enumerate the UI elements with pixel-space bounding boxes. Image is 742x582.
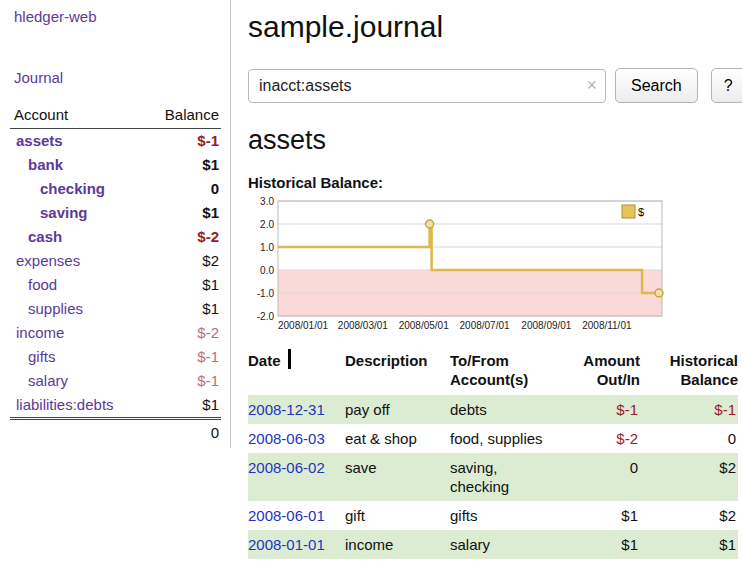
- account-balance: $1: [202, 156, 221, 173]
- transaction-row: 2008-06-01giftgifts$1$2: [248, 501, 738, 530]
- svg-text:2008/01/01: 2008/01/01: [278, 320, 328, 331]
- search-button[interactable]: Search: [615, 68, 698, 103]
- svg-text:3.0: 3.0: [260, 196, 274, 207]
- account-link-checking[interactable]: checking: [10, 180, 105, 197]
- svg-text:2.0: 2.0: [260, 219, 274, 230]
- account-heading: assets: [248, 125, 742, 156]
- accounts-header-account: Account: [14, 106, 68, 123]
- transaction-date-link[interactable]: 2008-06-03: [248, 430, 325, 447]
- account-balance: $2: [202, 252, 221, 269]
- transaction-accounts: salary: [450, 530, 574, 559]
- transaction-description: pay off: [345, 395, 450, 424]
- svg-text:2008/11/01: 2008/11/01: [582, 320, 632, 331]
- sort-ascending-icon: [288, 349, 291, 369]
- column-header-date-label: Date: [248, 352, 281, 369]
- accounts-total-row: 0: [10, 417, 221, 441]
- search-form: × Search ?: [248, 68, 742, 103]
- account-link-cash[interactable]: cash: [10, 228, 62, 245]
- transaction-description: eat & shop: [345, 424, 450, 453]
- nav-journal-link[interactable]: Journal: [14, 69, 216, 86]
- transaction-date-cell: 2008-06-02: [248, 453, 345, 501]
- account-row: food$1: [10, 273, 221, 297]
- transaction-amount: $-2: [574, 424, 640, 453]
- accounts-total-value: 0: [211, 424, 219, 441]
- account-balance: 0: [211, 180, 221, 197]
- svg-text:2008/07/01: 2008/07/01: [460, 320, 510, 331]
- transaction-amount: $1: [574, 501, 640, 530]
- account-link-gifts[interactable]: gifts: [10, 348, 56, 365]
- account-balance: $-2: [197, 228, 221, 245]
- account-balance: $1: [202, 204, 221, 221]
- account-balance: $-1: [197, 348, 221, 365]
- transaction-amount: $1: [574, 530, 640, 559]
- transaction-amount: 0: [574, 453, 640, 501]
- accounts-list: assets$-1bank$1checking0saving$1cash$-2e…: [10, 129, 221, 417]
- transactions-table: Date Description To/From Account(s) Amou…: [248, 351, 738, 559]
- account-link-expenses[interactable]: expenses: [10, 252, 80, 269]
- accounts-header-balance: Balance: [165, 106, 219, 123]
- search-input[interactable]: [248, 69, 606, 103]
- svg-text:2008/09/01: 2008/09/01: [521, 320, 571, 331]
- accounts-header: Account Balance: [10, 106, 221, 129]
- account-link-income[interactable]: income: [10, 324, 64, 341]
- account-balance: $1: [202, 396, 221, 413]
- transaction-description: income: [345, 530, 450, 559]
- transaction-row: 2008-01-01incomesalary$1$1: [248, 530, 738, 559]
- account-link-saving[interactable]: saving: [10, 204, 88, 221]
- account-link-assets[interactable]: assets: [10, 132, 63, 149]
- svg-text:2008/05/01: 2008/05/01: [399, 320, 449, 331]
- account-balance: $1: [202, 276, 221, 293]
- svg-text:2008/03/01: 2008/03/01: [338, 320, 388, 331]
- transaction-balance: $2: [640, 453, 738, 501]
- account-row: liabilities:debts$1: [10, 393, 221, 417]
- transaction-date-cell: 2008-12-31: [248, 395, 345, 424]
- transaction-balance: 0: [640, 424, 738, 453]
- transaction-description: save: [345, 453, 450, 501]
- sidebar: hledger-web Journal Account Balance asse…: [0, 0, 231, 448]
- transactions-table-body: 2008-12-31pay offdebts$-1$-12008-06-03ea…: [248, 395, 738, 559]
- account-row: salary$-1: [10, 369, 221, 393]
- account-link-salary[interactable]: salary: [10, 372, 68, 389]
- account-row: expenses$2: [10, 249, 221, 273]
- account-row: supplies$1: [10, 297, 221, 321]
- svg-text:-1.0: -1.0: [257, 288, 275, 299]
- transaction-accounts: gifts: [450, 501, 574, 530]
- account-row: checking0: [10, 177, 221, 201]
- page-title: sample.journal: [248, 10, 742, 44]
- clear-search-icon[interactable]: ×: [586, 74, 597, 96]
- search-box: ×: [248, 69, 606, 103]
- account-link-liabilities-debts[interactable]: liabilities:debts: [10, 396, 114, 413]
- transaction-date-link[interactable]: 2008-12-31: [248, 401, 325, 418]
- svg-text:1.0: 1.0: [260, 242, 274, 253]
- svg-text:-2.0: -2.0: [257, 311, 275, 322]
- main-panel: sample.journal × Search ? assets Histori…: [232, 0, 742, 559]
- column-header-balance: Historical Balance: [640, 351, 738, 395]
- transaction-accounts: saving, checking: [450, 453, 574, 501]
- transaction-date-cell: 2008-01-01: [248, 530, 345, 559]
- account-row: cash$-2: [10, 225, 221, 249]
- column-header-date[interactable]: Date: [248, 351, 345, 395]
- account-row: income$-2: [10, 321, 221, 345]
- transaction-row: 2008-06-03eat & shopfood, supplies$-20: [248, 424, 738, 453]
- balance-chart: 3.02.01.00.0-1.0-2.02008/01/012008/03/01…: [248, 195, 668, 337]
- help-button[interactable]: ?: [711, 68, 742, 103]
- account-link-food[interactable]: food: [10, 276, 57, 293]
- svg-text:$: $: [638, 206, 644, 218]
- transaction-row: 2008-12-31pay offdebts$-1$-1: [248, 395, 738, 424]
- account-link-supplies[interactable]: supplies: [10, 300, 83, 317]
- account-balance: $-2: [197, 324, 221, 341]
- transactions-table-header: Date Description To/From Account(s) Amou…: [248, 351, 738, 395]
- hledger-web-app: hledger-web Journal Account Balance asse…: [0, 0, 742, 582]
- transaction-date-link[interactable]: 2008-06-01: [248, 507, 325, 524]
- svg-text:0.0: 0.0: [260, 265, 274, 276]
- account-link-bank[interactable]: bank: [10, 156, 63, 173]
- transaction-balance: $-1: [640, 395, 738, 424]
- account-row: saving$1: [10, 201, 221, 225]
- brand-link[interactable]: hledger-web: [14, 8, 216, 25]
- transaction-date-link[interactable]: 2008-06-02: [248, 459, 325, 476]
- column-header-accounts: To/From Account(s): [450, 351, 574, 395]
- transaction-description: gift: [345, 501, 450, 530]
- column-header-amount: Amount Out/In: [574, 351, 640, 395]
- account-row: gifts$-1: [10, 345, 221, 369]
- transaction-date-link[interactable]: 2008-01-01: [248, 536, 325, 553]
